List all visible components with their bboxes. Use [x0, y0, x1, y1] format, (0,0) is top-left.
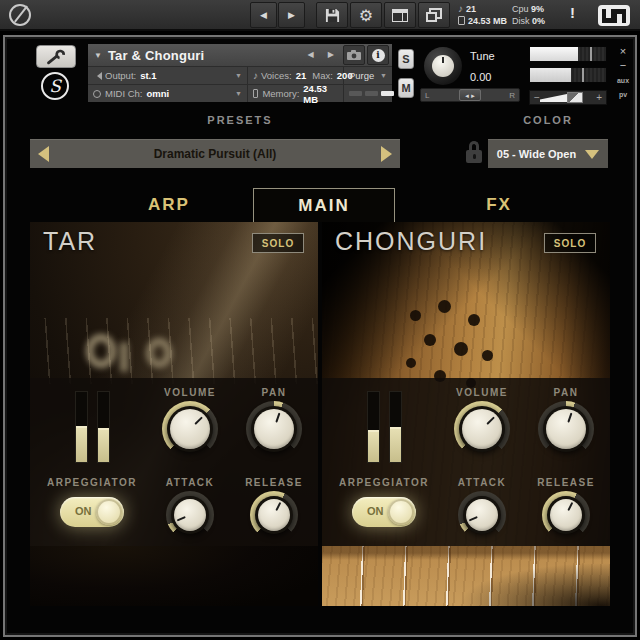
nav-forward-button[interactable]: ▶	[278, 2, 305, 28]
midi-label: MIDI Ch:	[105, 88, 142, 99]
volume-plus[interactable]: +	[596, 91, 602, 104]
solo-label: SOLO	[554, 238, 586, 249]
tar-panel: TAR SOLO VOLUME PAN	[30, 222, 318, 606]
volume-minus[interactable]: −	[534, 91, 540, 104]
color-value: 05 - Wide Open	[488, 148, 585, 160]
tab-arp-label: ARP	[148, 195, 190, 215]
chonguri-arpeggiator-label: ARPEGGIATOR	[339, 477, 429, 488]
tar-attack-label: ATTACK	[166, 477, 215, 488]
chonguri-pan-knob[interactable]	[538, 401, 594, 457]
chonguri-solo-button[interactable]: SOLO	[544, 233, 596, 253]
solo-letter: S	[398, 49, 414, 69]
nav-back-button[interactable]: ◀	[250, 2, 277, 28]
tar-title: TAR	[43, 227, 97, 256]
snapshot-view-button[interactable]	[343, 45, 365, 65]
instrument-prev-next[interactable]: ◀ ▶	[307, 50, 340, 59]
purge-status-bars	[349, 91, 394, 96]
output-selector[interactable]: Output: st.1 ▼	[88, 67, 248, 84]
chonguri-meters-cell	[328, 378, 440, 468]
color-lock-icon[interactable]	[465, 141, 483, 165]
host-toolbar: ◀ ▶ ⚙ ♪21 24.53 MB Cpu 9% Disk 0% !	[0, 0, 640, 31]
tune-value[interactable]: 0.00	[470, 71, 491, 83]
view-layout-button[interactable]	[384, 2, 416, 28]
tar-meters-cell	[36, 378, 148, 468]
tar-release-knob[interactable]	[250, 491, 298, 539]
total-voices-value: 21	[466, 4, 476, 14]
preset-selector[interactable]: Dramatic Pursuit (All)	[30, 139, 400, 168]
purge-meter-cell	[344, 85, 392, 102]
chonguri-panel: CHONGURI SOLO VOLUME PAN	[322, 222, 610, 606]
solo-label: SOLO	[262, 238, 294, 249]
toggle-handle[interactable]	[388, 499, 414, 525]
audio-engine-icon[interactable]	[9, 4, 31, 26]
header-mute-button[interactable]: M	[398, 78, 414, 98]
chonguri-output-meters	[367, 391, 402, 463]
tar-peg-art	[146, 338, 172, 368]
purge-caret-icon[interactable]: ▼	[380, 72, 387, 79]
total-memory-value: 24.53 MB	[468, 16, 507, 26]
tar-volume-label: VOLUME	[164, 387, 216, 398]
aux-button[interactable]: aux	[613, 77, 633, 84]
tar-pan-knob[interactable]	[246, 401, 302, 457]
preset-next-icon[interactable]	[381, 146, 392, 162]
engine-stats: ♪21 24.53 MB	[458, 3, 507, 27]
tune-knob[interactable]	[424, 47, 462, 85]
chonguri-release-label: RELEASE	[537, 477, 595, 488]
tab-fx[interactable]: FX	[414, 188, 584, 222]
kontakt-app: ◀ ▶ ⚙ ♪21 24.53 MB Cpu 9% Disk 0% ! S	[0, 0, 640, 640]
instrument-title-bar[interactable]: ▼ Tar & Chonguri ◀ ▶ i	[88, 44, 392, 66]
tar-arpeggiator-toggle[interactable]: ON	[60, 497, 124, 527]
toggle-handle[interactable]	[96, 499, 122, 525]
mute-letter: M	[398, 78, 414, 98]
voices-readout: ♪ Voices: 21 Max: 200	[248, 67, 344, 84]
tar-solo-button[interactable]: SOLO	[252, 233, 304, 253]
tab-main[interactable]: MAIN	[253, 188, 395, 222]
chonguri-attack-knob[interactable]	[458, 491, 506, 539]
options-button[interactable]: ⚙	[350, 2, 382, 28]
header-solo-button[interactable]: S	[398, 49, 414, 69]
chonguri-volume-cell: VOLUME	[440, 378, 524, 468]
max-label: Max:	[312, 70, 333, 81]
pv-button[interactable]: pv	[613, 91, 633, 98]
tab-main-label: MAIN	[298, 196, 349, 216]
save-button[interactable]	[316, 2, 348, 28]
minimize-button[interactable]: −	[615, 59, 631, 71]
pan-left-label: L	[425, 91, 429, 100]
preset-prev-icon[interactable]	[38, 146, 49, 162]
color-dropdown[interactable]: 05 - Wide Open	[488, 139, 608, 168]
tab-arp[interactable]: ARP	[84, 188, 254, 222]
tar-controls: VOLUME PAN ARPEGGIATOR ON ATTACK	[30, 378, 318, 546]
tar-attack-knob[interactable]	[166, 491, 214, 539]
header-volume-slider[interactable]: − +	[529, 90, 607, 105]
ni-logo[interactable]	[598, 5, 630, 26]
sonuscore-logo: S	[41, 72, 69, 100]
gear-icon: ⚙	[359, 6, 373, 25]
window-mode-button[interactable]	[418, 2, 450, 28]
pan-right-label: R	[509, 91, 515, 100]
chonguri-arpeggiator-toggle[interactable]: ON	[352, 497, 416, 527]
chonguri-volume-knob[interactable]	[454, 401, 510, 457]
tar-peg-art	[86, 334, 116, 368]
info-icon: i	[372, 49, 385, 62]
edit-instrument-button[interactable]	[36, 45, 76, 68]
output-label: Output:	[105, 70, 136, 81]
info-view-button[interactable]: i	[367, 45, 389, 65]
chonguri-release-cell: RELEASE	[524, 468, 608, 546]
header-pan-slider[interactable]: L R ◄►	[420, 88, 520, 102]
tar-release-cell: RELEASE	[232, 468, 316, 546]
voices-icon: ♪	[253, 70, 258, 81]
output-value: st.1	[140, 70, 156, 81]
warning-indicator[interactable]: !	[570, 4, 575, 21]
pan-slider-handle[interactable]: ◄►	[459, 89, 481, 101]
chonguri-release-knob[interactable]	[542, 491, 590, 539]
purge-control[interactable]: Purge ▼	[344, 67, 392, 84]
toggle-state-label: ON	[367, 505, 384, 517]
output-caret-icon[interactable]: ▼	[235, 72, 242, 79]
back-arrow-icon: ◀	[260, 10, 267, 20]
close-button[interactable]: ×	[615, 45, 631, 57]
collapse-caret-icon[interactable]: ▼	[94, 51, 102, 60]
midi-channel-selector[interactable]: MIDI Ch: omni ▼	[88, 85, 248, 102]
volume-slider-handle[interactable]	[567, 92, 583, 103]
tar-volume-knob[interactable]	[162, 401, 218, 457]
midi-caret-icon[interactable]: ▼	[235, 90, 242, 97]
